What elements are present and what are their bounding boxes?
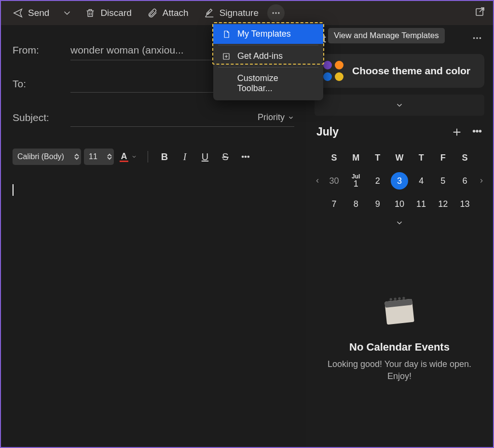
chevron-left-icon — [314, 177, 321, 184]
day-cell[interactable]: 30 — [323, 169, 345, 192]
prev-week-button[interactable] — [312, 177, 323, 184]
collapse-bar[interactable] — [315, 95, 484, 116]
underline-icon: U — [202, 151, 208, 163]
dow-cell: F — [432, 146, 454, 169]
font-family-dropdown[interactable]: Calibri (Body) — [13, 149, 81, 165]
day-cell-selected[interactable]: 3 — [388, 169, 410, 192]
dow-cell: T — [411, 146, 432, 169]
no-events-title: No Calendar Events — [349, 341, 450, 353]
calendar-week-row: 7 8 9 10 11 12 13 — [312, 192, 487, 216]
italic-button[interactable]: I — [176, 149, 193, 165]
subject-input[interactable]: Priority — [70, 109, 294, 127]
separator — [218, 45, 318, 45]
svg-point-4 — [242, 156, 244, 157]
ellipsis-icon — [241, 152, 250, 162]
calendar-month: July — [316, 125, 339, 138]
svg-point-1 — [275, 12, 276, 14]
day-cell[interactable]: 6 — [454, 169, 476, 192]
next-week-button[interactable] — [476, 177, 487, 184]
signature-icon — [204, 8, 215, 18]
font-size-dropdown[interactable]: 11 — [84, 149, 114, 165]
to-label: To: — [13, 78, 70, 90]
strikethrough-icon: S — [222, 151, 228, 163]
strikethrough-button[interactable]: S — [217, 149, 234, 165]
menu-item-my-templates[interactable]: My Templates — [213, 24, 323, 44]
bold-icon: B — [161, 151, 168, 163]
theme-dots-icon — [323, 61, 343, 81]
stepper-icon — [107, 153, 112, 160]
svg-point-10 — [473, 130, 475, 132]
day-cell[interactable]: 12 — [432, 192, 454, 216]
text-cursor — [13, 184, 14, 196]
calendar-more-button[interactable] — [472, 126, 482, 138]
day-cell[interactable]: 2 — [367, 169, 388, 192]
attach-button[interactable]: Attach — [140, 5, 195, 21]
chevron-down-icon — [395, 218, 404, 227]
tooltip: View and Manage Templates — [328, 28, 445, 43]
chevron-down-icon — [395, 101, 404, 109]
dow-cell: S — [323, 146, 345, 169]
signature-button[interactable]: Signature — [197, 5, 265, 21]
add-event-button[interactable] — [452, 127, 462, 137]
day-cell[interactable]: 13 — [454, 192, 476, 216]
svg-point-2 — [278, 12, 279, 14]
calendar-week-row: 30 Jul1 2 3 4 5 6 — [312, 169, 487, 192]
send-icon — [13, 8, 23, 18]
calendar-empty-icon — [378, 291, 421, 329]
separator — [218, 67, 318, 68]
message-body[interactable] — [13, 184, 294, 377]
font-color-button[interactable]: A — [117, 149, 140, 164]
chevron-right-icon — [478, 177, 485, 184]
svg-point-8 — [476, 37, 478, 39]
svg-point-5 — [245, 156, 246, 157]
document-icon — [222, 30, 231, 39]
add-in-icon — [222, 52, 231, 61]
svg-point-11 — [476, 130, 478, 132]
no-events-panel: No Calendar Events Looking good! Your da… — [306, 291, 493, 382]
day-cell[interactable]: 8 — [345, 192, 367, 216]
priority-dropdown[interactable]: Priority — [258, 112, 294, 122]
calendar-header: July — [306, 120, 493, 142]
toolbar-more-button[interactable] — [267, 4, 285, 22]
send-options-button[interactable] — [58, 5, 76, 21]
no-events-subtitle: Looking good! Your day is wide open. Enj… — [325, 358, 474, 382]
compose-toolbar: Send Discard Attach Signature — [1, 1, 493, 25]
day-cell[interactable]: 4 — [411, 169, 432, 192]
menu-item-get-addins[interactable]: Get Add-ins — [213, 46, 323, 66]
ellipsis-icon — [271, 8, 281, 18]
attach-label: Attach — [163, 8, 189, 18]
calendar-expand-button[interactable] — [306, 216, 493, 233]
toolbar-overflow-menu: My Templates Get Add-ins Customize Toolb… — [213, 22, 323, 100]
bold-button[interactable]: B — [156, 149, 173, 165]
dow-cell: S — [454, 146, 476, 169]
theme-card[interactable]: Choose theme and color — [315, 54, 484, 88]
day-cell[interactable]: 11 — [411, 192, 432, 216]
calendar-grid: S M T W T F S 30 Jul1 2 3 4 5 6 — [306, 142, 493, 216]
popout-button[interactable] — [475, 6, 486, 20]
send-button[interactable]: Send — [6, 5, 56, 21]
discard-button[interactable]: Discard — [78, 5, 138, 21]
dow-cell: T — [367, 146, 388, 169]
chevron-down-icon — [131, 154, 137, 160]
svg-point-18 — [402, 297, 405, 299]
paperclip-icon — [147, 8, 158, 18]
chevron-down-icon — [62, 8, 72, 18]
subject-row: Subject: Priority — [13, 106, 294, 129]
ellipsis-icon — [472, 33, 482, 43]
format-toolbar: Calibri (Body) 11 A — [13, 149, 294, 165]
stepper-icon — [74, 153, 79, 160]
calendar-dow-row: S M T W T F S — [312, 146, 487, 169]
day-cell[interactable]: 10 — [388, 192, 410, 216]
day-cell[interactable]: 5 — [432, 169, 454, 192]
side-header-more[interactable] — [472, 33, 482, 45]
menu-item-customize-toolbar[interactable]: Customize Toolbar... — [213, 68, 323, 98]
svg-point-17 — [398, 297, 400, 299]
format-more-button[interactable] — [237, 149, 254, 165]
svg-point-16 — [394, 298, 396, 300]
svg-point-0 — [273, 12, 274, 14]
day-cell[interactable]: Jul1 — [345, 169, 367, 192]
send-label: Send — [28, 8, 49, 18]
day-cell[interactable]: 7 — [323, 192, 345, 216]
day-cell[interactable]: 9 — [367, 192, 388, 216]
underline-button[interactable]: U — [196, 149, 214, 165]
